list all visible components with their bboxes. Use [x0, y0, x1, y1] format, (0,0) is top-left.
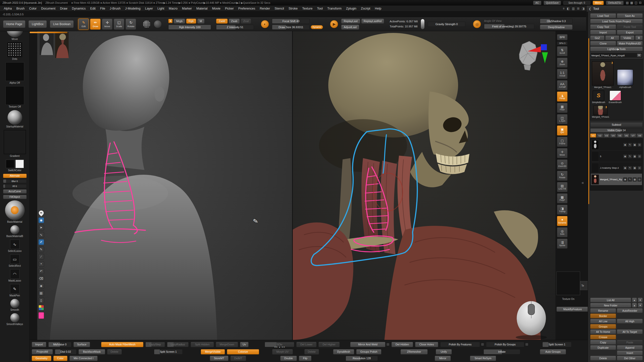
visibility-eye-icon[interactable]: ◉	[623, 166, 627, 170]
menu-file[interactable]: File	[98, 6, 107, 11]
document-thumbnail-1[interactable]	[39, 32, 54, 55]
shelf-basicmaterial-tool[interactable]: BasicMaterial	[5, 200, 25, 223]
projectall-button[interactable]: ProjectAll	[32, 349, 53, 354]
tp-visible-button[interactable]: Visible	[620, 35, 634, 40]
palette-pink-swatch-icon[interactable]	[38, 312, 44, 319]
midvalue-0-slider[interactable]: MidValue 0	[48, 342, 71, 347]
menu-toggle-button[interactable]: Menu	[593, 1, 604, 5]
mode-draw-button[interactable]: ✏Draw	[90, 19, 101, 30]
mask-icon[interactable]: ⊙	[637, 177, 641, 182]
tool-thumb-simplebrush[interactable]: SSimpleBrush	[592, 90, 605, 104]
del-hidden-button[interactable]: Del Hidden	[391, 342, 413, 347]
tp-lightbox-tools-button[interactable]: Lightbox▶Tools	[590, 47, 643, 51]
polish-by-features-slider[interactable]: Polish By Features	[440, 342, 480, 347]
color-button[interactable]: Color	[53, 356, 67, 361]
inflate-slider[interactable]: Inflate	[484, 349, 520, 354]
mode-rotate-button[interactable]: ↻Rotate	[126, 19, 136, 30]
lightbox-button[interactable]: LightBox	[28, 20, 47, 28]
visibility-eye-icon[interactable]: ◉	[623, 177, 627, 182]
dynamic-badge[interactable]: Dynamic	[311, 25, 323, 29]
subtool-item-j-anatomy-step-2[interactable]: J Anatomy Step-2◉✎▦⊙	[591, 162, 642, 174]
strip-xpose-button[interactable]: ⇶Xpose	[557, 239, 568, 249]
current-tool-r-button[interactable]: R	[637, 54, 642, 57]
strip-polyf-button[interactable]: ▩PolyF	[557, 193, 568, 203]
tp-goz-button[interactable]: GoZ	[590, 35, 605, 40]
replay-last-rel-button[interactable]: ReplayLastRel	[361, 19, 384, 24]
shelf-texture-off-tool[interactable]: Texture Off	[4, 86, 26, 108]
menubar-icon-3[interactable]: ▥	[572, 7, 575, 10]
fillobject-button[interactable]: FillObject	[3, 195, 27, 199]
strip-move-button[interactable]: ✛Move	[557, 148, 568, 158]
split-hidden-button[interactable]: Split Hidden	[191, 342, 214, 347]
paint-icon[interactable]: ✎	[628, 154, 632, 158]
panel-crease-button[interactable]: Crease	[590, 335, 616, 339]
polish-by-groups-slider[interactable]: Polish By Groups	[486, 342, 524, 347]
window-layout-icon-3[interactable]: ◫	[635, 1, 637, 4]
secondary-color-swatch[interactable]	[15, 160, 24, 168]
strip-actual-button[interactable]: 1:1Actual	[557, 69, 568, 79]
mergevisible-button[interactable]: MergeVisible	[201, 349, 225, 354]
current-stroke-button[interactable]	[143, 20, 151, 28]
groups-polish-button[interactable]: Groups Polish	[356, 349, 381, 354]
palette-pen-marker-icon[interactable]: ✒	[37, 209, 45, 217]
strip-transp-button[interactable]: ◨Transp	[557, 205, 568, 215]
subtool-section-header[interactable]: Subtool	[590, 122, 643, 127]
mask-icon[interactable]: ⊙	[637, 166, 641, 170]
tool-thumb-merged-tpose1[interactable]: 3Merged_TPose1	[592, 61, 614, 88]
strip-zoom-button[interactable]: ⊕Zoom	[557, 58, 568, 68]
m-button[interactable]: M	[197, 19, 205, 24]
strip-zoom3d-button[interactable]: ⊙Zoom3D	[557, 159, 568, 169]
menu-edit[interactable]: Edit	[88, 6, 98, 11]
panel-append-button[interactable]: Append	[617, 345, 643, 350]
mask-icon[interactable]: ⊙	[637, 154, 641, 158]
panel-all-to-target-button[interactable]: All To Target	[617, 329, 643, 334]
polyframe-icon[interactable]: ▦	[633, 154, 637, 158]
tp-load-tools-from-project-button[interactable]: Load Tools From Project	[590, 19, 643, 24]
viewport-split-line[interactable]	[292, 31, 293, 340]
strip-floor-button[interactable]: ▦Floor	[557, 103, 568, 113]
tp-r-button[interactable]: R	[635, 35, 643, 40]
shelf-smoothvalleys-tool[interactable]: SmoothValleys	[5, 313, 25, 326]
main-color-swatch[interactable]	[6, 160, 14, 168]
subtool-tab-v7[interactable]: V7	[630, 133, 636, 138]
deepshadow-button[interactable]: DeepShadow	[540, 25, 573, 30]
subtool-item-5[interactable]: 5◉✎▦⊙	[591, 151, 642, 162]
menu-transform[interactable]: Transform	[325, 6, 344, 11]
delete-button[interactable]: Delete	[107, 349, 122, 354]
current-tool-bar[interactable]: Merged_TPose1_Ryan_Kingsli R	[590, 53, 643, 58]
subtool-item-item[interactable]: ◉✎▦⊙	[591, 139, 642, 151]
palette-palette-icon[interactable]	[38, 305, 44, 310]
color-chip[interactable]: A	[168, 19, 173, 23]
subtool-tab-v2[interactable]: V2	[597, 133, 603, 138]
palette-lasso-icon[interactable]: ∿	[38, 232, 44, 238]
menu-preferences[interactable]: Preferences	[236, 6, 257, 11]
visibility-eye-icon[interactable]: ◉	[623, 143, 627, 147]
menu-zscript[interactable]: Zscript	[359, 6, 373, 11]
panel-item-button[interactable]: ▲	[632, 298, 637, 302]
tp-save-as-button[interactable]: Save As	[617, 13, 643, 18]
mode-move-button[interactable]: ✛Move	[102, 19, 112, 30]
view-settings-icon[interactable]: ◎	[473, 20, 481, 28]
canvas-scroll-arrows[interactable]: ◂◂ ▴ ▸▸	[274, 345, 286, 348]
palette-brush-icon[interactable]: ✐	[38, 239, 44, 245]
split-screen-1-slider[interactable]: Split Screen 1	[542, 342, 572, 347]
flip-button[interactable]: Flip	[299, 356, 311, 361]
subtool-tab-v8[interactable]: V8	[637, 133, 643, 138]
menu-marker[interactable]: Marker	[180, 6, 194, 11]
rf-slider[interactable]: Rf 0	[3, 184, 27, 188]
zadd-button[interactable]: Zadd	[216, 19, 227, 24]
dist-0-02-slider[interactable]: Dist 0.02	[55, 349, 76, 354]
panel-all-to-home-button[interactable]: All To Home	[590, 329, 616, 334]
polish-by-features-toggle[interactable]	[481, 343, 484, 346]
accucurve-button[interactable]: AccuCurve	[3, 189, 27, 194]
tp-all-button[interactable]: All	[605, 35, 620, 40]
shelf-masklasso-tool[interactable]: ◠MaskLasso	[5, 269, 25, 282]
palette-eye-icon[interactable]: ◉	[38, 217, 44, 223]
lazystep-slider[interactable]: LazyStep	[145, 342, 165, 347]
visibility-eye-icon[interactable]: ◉	[623, 154, 627, 158]
tp-make-polymesh3d-button[interactable]: Make PolyMesh3D	[617, 41, 643, 46]
shelf-startupmaterial-tool[interactable]: StartupMaterial	[4, 110, 26, 128]
shelf-alpha-off-tool[interactable]: Alpha Off	[4, 62, 26, 84]
current-alpha-button[interactable]	[154, 20, 162, 28]
strip-rotate-button[interactable]: ↻Rotate	[557, 171, 568, 181]
